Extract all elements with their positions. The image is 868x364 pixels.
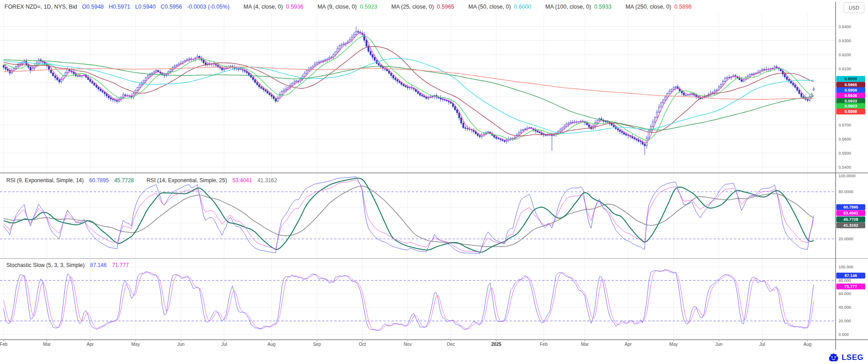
month-label: Aug <box>804 342 812 347</box>
header-text-segment: O0.5948 <box>82 4 104 10</box>
stoch-axis-badge: 71.777 <box>836 284 865 290</box>
price-axis-tick: 0.5600 <box>839 137 851 141</box>
rsi-panel-title: RSI (9, Exponential, Simple, 14)60.78954… <box>6 177 283 184</box>
rsi-axis-badge: 60.7895 <box>836 204 865 210</box>
month-label: Feb <box>540 342 547 347</box>
rsi-axis-tick: 80.0000 <box>839 189 854 194</box>
header-text-segment: 45.7728 <box>114 177 134 184</box>
currency-button[interactable]: USD <box>844 2 864 13</box>
header-text-segment: L0.5940 <box>135 4 155 10</box>
ma-value: 0.6000 <box>514 4 531 10</box>
rsi14-line <box>4 180 814 252</box>
stoch-axis-tick: 60.000 <box>839 291 851 296</box>
ma-value: 0.5936 <box>286 4 303 10</box>
month-label: Oct <box>359 342 366 347</box>
rsi9-line <box>4 177 814 253</box>
header-text-segment: 71.777 <box>112 262 129 268</box>
price-axis-badge: 0.6000 <box>836 76 865 82</box>
stoch-k-line <box>4 270 814 330</box>
rsi-axis-badge: 41.3162 <box>836 223 865 228</box>
ma-value: 0.5898 <box>675 4 692 10</box>
month-label: Apr <box>625 342 632 347</box>
stoch-axis-tick: 0.000 <box>839 332 849 337</box>
header-text-segment: FOREX NZD=, 1D, NYS, Bid <box>5 4 77 10</box>
ma-line-25 <box>4 47 814 136</box>
stoch-axis-tick: 20.000 <box>839 319 851 323</box>
month-label: Feb <box>0 342 8 347</box>
ma-line-4 <box>4 33 814 143</box>
lseg-logo-text: LSEG <box>842 353 863 362</box>
stoch-panel-title: Stochastic Slow (5, 3, 3, Simple)87.1467… <box>6 262 134 268</box>
lseg-crest-icon <box>828 353 839 362</box>
month-label: May <box>669 342 678 347</box>
month-label: Jul <box>221 342 227 347</box>
ma-label: MA (25, close, 0) <box>391 4 434 10</box>
header-text-segment: 60.7895 <box>89 177 109 184</box>
lseg-logo: LSEG <box>828 353 863 362</box>
stoch-axis-tick: 100.000 <box>839 265 854 269</box>
month-label: May <box>131 342 140 347</box>
ma-label: MA (100, close, 0) <box>545 4 591 10</box>
month-label: Jun <box>177 342 184 347</box>
month-label: 2025 <box>491 342 501 347</box>
ma-label: MA (250, close, 0) <box>626 4 671 10</box>
price-axis-tick: 0.6200 <box>839 53 851 57</box>
rsi14-signal-line <box>4 186 814 247</box>
month-label: Apr <box>87 342 94 347</box>
price-axis-tick: 0.6400 <box>839 24 851 29</box>
stoch-axis-tick: 80.000 <box>839 278 851 283</box>
price-axis-badge: 0.5898 <box>836 109 865 115</box>
price-axis-tick: 0.5700 <box>839 123 851 127</box>
header-text-segment: RSI (9, Exponential, Simple, 14) <box>6 177 84 184</box>
ma-value: 0.5965 <box>437 4 454 10</box>
header-text-segment: RSI (14, Exponential, Simple, 25) <box>147 177 227 184</box>
stoch-axis-badge: 87.146 <box>836 273 865 279</box>
price-axis-tick: 0.5500 <box>839 151 851 155</box>
header-text-segment: Stochastic Slow (5, 3, 3, Simple) <box>6 262 85 268</box>
month-label: Dec <box>447 342 455 347</box>
ma-value: 0.5923 <box>360 4 377 10</box>
stoch-axis-tick: 40.000 <box>839 305 851 310</box>
month-label: Aug <box>268 342 276 347</box>
month-label: Mar <box>43 342 51 347</box>
month-label: Jun <box>715 342 723 347</box>
month-label: Nov <box>404 342 412 347</box>
ma-label: MA (4, close, 0) <box>244 4 283 10</box>
candles <box>3 27 815 155</box>
rsi-axis-badge: 45.7728 <box>836 217 865 223</box>
header-text-segment: C0.5956 <box>161 4 182 10</box>
chart-header: FOREX NZD=, 1D, NYS, BidO0.5948H0.5971L0… <box>5 0 697 14</box>
stoch-d-line <box>4 270 814 330</box>
price-axis-tick: 0.5400 <box>839 165 851 170</box>
ma-label: MA (50, close, 0) <box>468 4 511 10</box>
month-label: Sep <box>313 342 321 347</box>
price-axis-tick: 0.6300 <box>839 39 851 43</box>
header-text-segment: H0.5971 <box>109 4 130 10</box>
rsi-axis-tick: 100.0000 <box>839 174 856 178</box>
symbol-info: FOREX NZD=, 1D, NYS, BidO0.5948H0.5971L0… <box>5 4 697 10</box>
rsi-axis-badge: 53.4041 <box>836 210 865 216</box>
rsi9-signal-line <box>4 178 814 252</box>
header-text-segment: 87.146 <box>90 262 107 268</box>
month-label: Mar <box>581 342 588 347</box>
month-label: Jul <box>759 342 765 347</box>
header-text-segment: 41.3162 <box>257 177 277 184</box>
rsi-axis-tick: 20.0000 <box>839 237 854 241</box>
price-axis-tick: 0.6100 <box>839 67 851 71</box>
ma-label: MA (9, close, 0) <box>318 4 357 10</box>
header-text-segment: 53.4041 <box>232 177 252 184</box>
header-text-segment: -0.0003 (-0.05%) <box>187 4 230 10</box>
ma-value: 0.5933 <box>594 4 612 10</box>
